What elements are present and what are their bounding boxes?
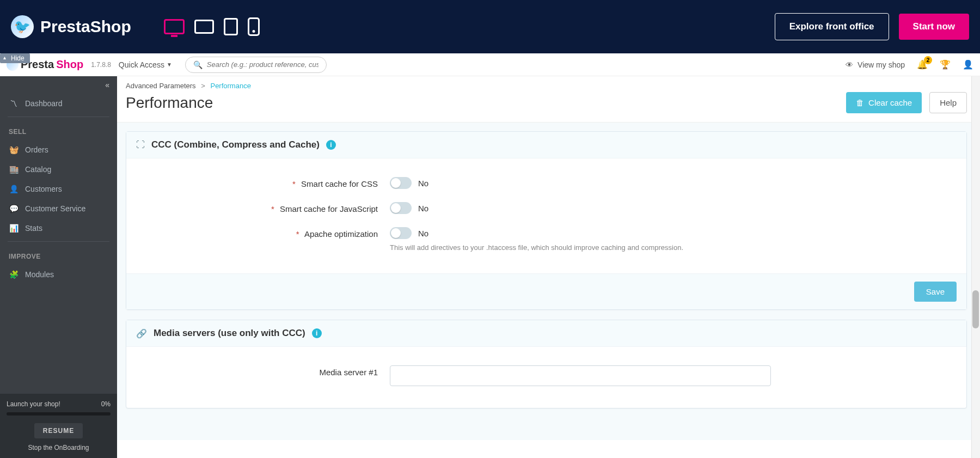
sidebar-item-dashboard[interactable]: 〽 Dashboard: [0, 94, 117, 113]
smart-cache-css-toggle[interactable]: [390, 177, 412, 189]
sidebar-item-label: Dashboard: [25, 99, 63, 108]
trash-icon: 🗑: [856, 98, 864, 107]
topbar-right: Explore front office Start now: [775, 13, 969, 40]
toggle-wrap: No: [390, 177, 953, 189]
admin-header: Hide PrestaShop 1.7.8.8 Quick Access ▼ 🔍…: [0, 53, 980, 76]
view-shop-label: View my shop: [857, 60, 905, 69]
caret-down-icon: ▼: [167, 62, 172, 68]
notification-count-badge: 2: [924, 56, 932, 64]
smart-cache-css-value: No: [418, 179, 428, 188]
sidebar-section-improve: IMPROVE: [0, 245, 117, 265]
ccc-card-footer: Save: [126, 273, 966, 309]
sidebar: « 〽 Dashboard SELL 🧺 Orders 🏬 Catalog 👤 …: [0, 76, 117, 458]
sidebar-item-stats[interactable]: 📊 Stats: [0, 218, 117, 238]
search-box[interactable]: 🔍: [185, 57, 327, 73]
media-server-1-row: Media server #1: [139, 359, 953, 393]
start-now-button[interactable]: Start now: [899, 14, 969, 40]
hide-sidebar-button[interactable]: Hide: [0, 53, 30, 63]
sidebar-item-customer-service[interactable]: 💬 Customer Service: [0, 199, 117, 218]
media-servers-body: Media server #1: [126, 347, 966, 408]
quick-access-dropdown[interactable]: Quick Access ▼: [119, 60, 172, 69]
launch-shop-label: Launch your shop!: [7, 400, 60, 408]
admin-header-right: 👁 View my shop 🔔 2 🏆 👤: [846, 59, 973, 70]
media-servers-card: 🔗 Media servers (use only with CCC) i Me…: [126, 320, 967, 408]
apache-optimization-toggle[interactable]: [390, 227, 412, 239]
apache-optimization-row: * Apache optimization No This will add d…: [139, 221, 953, 258]
smart-cache-js-value: No: [418, 204, 428, 213]
puzzle-icon: 🧩: [9, 270, 19, 279]
link-icon: 🔗: [136, 328, 147, 339]
laptop-view-icon[interactable]: [194, 20, 214, 34]
smart-cache-js-row: * Smart cache for JavaScript No: [139, 196, 953, 221]
smart-cache-css-label: * Smart cache for CSS: [139, 177, 390, 188]
onboarding-progress-bar: [7, 412, 111, 416]
toggle-knob: [391, 203, 401, 213]
store-icon: 🏬: [9, 165, 19, 174]
breadcrumb: Advanced Parameters > Performance: [117, 76, 980, 90]
toggle-wrap: No: [390, 227, 953, 239]
label-text: Media server #1: [319, 368, 378, 377]
apache-optimization-label: * Apache optimization: [139, 227, 390, 239]
scrollbar-thumb[interactable]: [972, 290, 979, 328]
field-col: No This will add directives to your .hta…: [390, 227, 953, 252]
sidebar-item-customers[interactable]: 👤 Customers: [0, 179, 117, 199]
notifications-button[interactable]: 🔔 2: [917, 59, 928, 70]
sidebar-divider: [8, 117, 109, 117]
info-icon[interactable]: i: [326, 140, 336, 150]
ccc-save-button[interactable]: Save: [914, 282, 957, 302]
desktop-view-icon[interactable]: [164, 19, 185, 34]
field-col: No: [390, 202, 953, 214]
help-button[interactable]: Help: [929, 92, 967, 113]
ccc-card-header: ⛶ CCC (Combine, Compress and Cache) i: [126, 132, 966, 158]
chevron-right-icon: >: [201, 82, 205, 90]
media-server-1-label: Media server #1: [139, 365, 390, 377]
brand-main: 🐦 PrestaShop: [11, 15, 131, 38]
page-actions: 🗑 Clear cache Help: [846, 92, 967, 113]
ccc-card: ⛶ CCC (Combine, Compress and Cache) i * …: [126, 131, 967, 310]
eye-icon: 👁: [846, 60, 853, 69]
label-text: Apache optimization: [304, 229, 378, 239]
chat-icon: 💬: [9, 204, 19, 213]
sidebar-item-label: Orders: [25, 145, 48, 154]
toggle-wrap: No: [390, 202, 953, 214]
ccc-card-title: CCC (Combine, Compress and Cache): [151, 139, 320, 150]
page-title: Performance: [126, 94, 213, 112]
sidebar-section-sell: SELL: [0, 120, 117, 140]
user-avatar-icon[interactable]: 👤: [963, 59, 973, 70]
toggle-knob: [391, 178, 401, 188]
apache-optimization-value: No: [418, 229, 428, 238]
explore-front-office-button[interactable]: Explore front office: [775, 13, 889, 40]
resume-button[interactable]: RESUME: [34, 423, 83, 438]
sidebar-divider: [8, 241, 109, 242]
sidebar-item-catalog[interactable]: 🏬 Catalog: [0, 160, 117, 179]
stop-onboarding-link[interactable]: Stop the OnBoarding: [7, 444, 111, 451]
top-brand-bar: 🐦 PrestaShop Explore front office Start …: [0, 0, 980, 53]
sidebar-collapse-row: «: [0, 76, 117, 94]
media-server-1-input[interactable]: [390, 365, 771, 386]
mobile-view-icon[interactable]: [248, 17, 260, 36]
launch-pct-label: 0%: [101, 400, 111, 408]
trophy-icon[interactable]: 🏆: [940, 59, 951, 70]
clear-cache-button[interactable]: 🗑 Clear cache: [846, 92, 922, 113]
info-icon[interactable]: i: [312, 328, 322, 338]
page-header: Performance 🗑 Clear cache Help: [117, 90, 980, 123]
sidebar-collapse-icon[interactable]: «: [105, 81, 109, 89]
breadcrumb-parent[interactable]: Advanced Parameters: [126, 82, 196, 90]
media-servers-title: Media servers (use only with CCC): [154, 328, 305, 339]
sidebar-item-modules[interactable]: 🧩 Modules: [0, 265, 117, 284]
view-my-shop-link[interactable]: 👁 View my shop: [846, 60, 905, 69]
main-content: Advanced Parameters > Performance Perfor…: [117, 76, 980, 458]
tablet-view-icon[interactable]: [224, 18, 238, 35]
search-input[interactable]: [207, 60, 318, 69]
stats-icon: 📊: [9, 224, 19, 233]
smart-cache-js-toggle[interactable]: [390, 202, 412, 214]
sidebar-item-orders[interactable]: 🧺 Orders: [0, 140, 117, 160]
field-col: No: [390, 177, 953, 189]
topbar-left: 🐦 PrestaShop: [11, 15, 260, 38]
sidebar-item-label: Customers: [25, 185, 62, 193]
label-text: Smart cache for JavaScript: [280, 204, 378, 213]
dashboard-icon: 〽: [9, 99, 19, 108]
scrollbar-track[interactable]: [971, 76, 980, 458]
clear-cache-label: Clear cache: [868, 98, 912, 107]
basket-icon: 🧺: [9, 145, 19, 154]
